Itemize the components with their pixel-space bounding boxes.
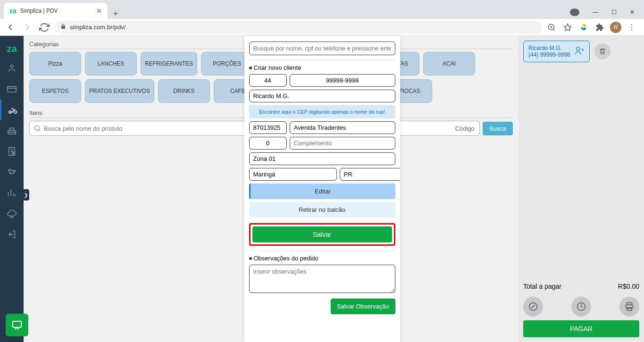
customer-card[interactable]: Ricardo M.G. (44) 99999-9998 <box>523 41 590 62</box>
svg-point-1 <box>10 65 13 68</box>
pickup-button[interactable]: Retirar no balcão <box>249 202 395 217</box>
cep-helper[interactable]: Encontre aqui o CEP digitando apenas o n… <box>249 105 395 118</box>
category-espetos[interactable]: ESPETOS <box>29 79 81 103</box>
close-window-button[interactable]: ✕ <box>625 6 639 18</box>
menu-icon[interactable]: ⋮ <box>626 22 637 33</box>
customer-name: Ricardo M.G. <box>528 45 570 51</box>
close-tab-icon[interactable]: ✕ <box>96 7 102 15</box>
name-input[interactable] <box>249 90 395 102</box>
svg-rect-12 <box>627 303 632 305</box>
customer-phone: (44) 99999-9998 <box>528 51 570 58</box>
browser-tab-bar: za Simpliza | PDV ✕ + — ☐ ✕ <box>0 0 644 19</box>
star-icon[interactable] <box>562 22 573 33</box>
search-icon <box>33 125 41 132</box>
extensions-icon[interactable] <box>594 22 605 33</box>
client-modal: Criar novo cliente Encontre aqui o CEP d… <box>244 36 400 342</box>
street-input[interactable] <box>290 121 395 134</box>
category-refrigerantes[interactable]: REFRIGERANTES <box>141 52 197 75</box>
total-value: R$0.00 <box>618 283 639 290</box>
remove-customer-button[interactable] <box>594 43 611 59</box>
reload-button[interactable] <box>38 21 51 34</box>
search-button[interactable]: Busca <box>483 122 513 135</box>
chat-icon <box>11 319 23 331</box>
sidebar-item-reports[interactable] <box>0 183 24 203</box>
sidebar: za ❯ <box>0 36 24 342</box>
sidebar-item-logout[interactable] <box>0 224 24 245</box>
edit-button[interactable]: Editar <box>249 184 395 199</box>
expand-sidebar-button[interactable]: ❯ <box>23 189 29 200</box>
svg-rect-14 <box>627 308 631 310</box>
sidebar-item-receipt[interactable] <box>0 141 24 162</box>
sidebar-item-delivery[interactable] <box>0 100 24 120</box>
svg-point-8 <box>35 126 39 130</box>
trash-icon <box>599 48 606 55</box>
total-label: Total a pagar <box>523 283 561 290</box>
incognito-icon <box>565 6 584 19</box>
svg-point-9 <box>576 47 579 50</box>
svg-rect-2 <box>8 87 16 92</box>
svg-point-4 <box>14 111 17 114</box>
forward-button[interactable] <box>21 21 34 34</box>
customer-icon <box>574 45 585 58</box>
category-pratos[interactable]: PRATOS EXECUTIVOS <box>85 79 154 103</box>
back-button[interactable] <box>4 21 17 34</box>
category-acai[interactable]: ACAI <box>423 52 475 75</box>
url-text: simpliza.com.br/pdv/ <box>70 24 125 31</box>
city-input[interactable] <box>249 168 337 181</box>
complement-input[interactable] <box>290 137 395 150</box>
maximize-button[interactable]: ☐ <box>607 6 621 18</box>
sidebar-item-card[interactable] <box>0 79 24 100</box>
discount-button[interactable] <box>523 297 543 317</box>
number-input[interactable] <box>249 137 287 150</box>
address-bar: simpliza.com.br/pdv/ R ⋮ <box>0 19 644 36</box>
url-input[interactable]: simpliza.com.br/pdv/ <box>55 21 542 34</box>
save-obs-button[interactable]: Salvar Observação <box>331 299 395 314</box>
drive-icon[interactable] <box>578 22 589 33</box>
ddd-input[interactable] <box>249 74 287 87</box>
cep-input[interactable] <box>249 121 287 134</box>
category-lanches[interactable]: LANCHES <box>85 52 137 75</box>
pay-button[interactable]: PAGAR <box>523 320 639 337</box>
new-client-label: Criar novo cliente <box>249 64 395 71</box>
sidebar-item-register[interactable] <box>0 120 24 141</box>
minimize-button[interactable]: — <box>588 6 603 18</box>
app-logo-icon: za <box>0 40 24 58</box>
category-pizza[interactable]: Pizza <box>29 52 81 75</box>
uf-input[interactable] <box>340 168 400 181</box>
search-client-input[interactable] <box>249 42 395 55</box>
code-label: Código <box>455 125 475 132</box>
order-panel: Ricardo M.G. (44) 99999-9998 Total a pag… <box>519 36 644 342</box>
tab-title: Simpliza | PDV <box>20 8 92 14</box>
new-tab-button[interactable]: + <box>108 9 124 19</box>
category-drinks[interactable]: DRINKS <box>158 79 210 103</box>
lock-icon <box>60 24 66 31</box>
favicon-icon: za <box>9 7 17 15</box>
window-controls: — ☐ ✕ <box>565 6 644 19</box>
sidebar-item-partners[interactable] <box>0 162 24 183</box>
print-button[interactable] <box>619 297 639 317</box>
save-button[interactable]: Salvar <box>252 226 392 242</box>
history-button[interactable] <box>571 297 591 317</box>
sidebar-item-pos[interactable] <box>0 58 24 79</box>
chat-widget[interactable] <box>6 314 28 336</box>
obs-textarea[interactable] <box>249 265 395 293</box>
obs-label: Observações do pedido <box>249 255 395 262</box>
browser-tab[interactable]: za Simpliza | PDV ✕ <box>4 3 108 19</box>
phone-input[interactable] <box>290 74 395 87</box>
save-highlight: Salvar <box>249 223 395 246</box>
sidebar-item-cloud[interactable] <box>0 203 24 224</box>
neighborhood-input[interactable] <box>249 152 395 165</box>
zoom-icon[interactable] <box>546 22 557 33</box>
profile-avatar[interactable]: R <box>610 22 621 33</box>
